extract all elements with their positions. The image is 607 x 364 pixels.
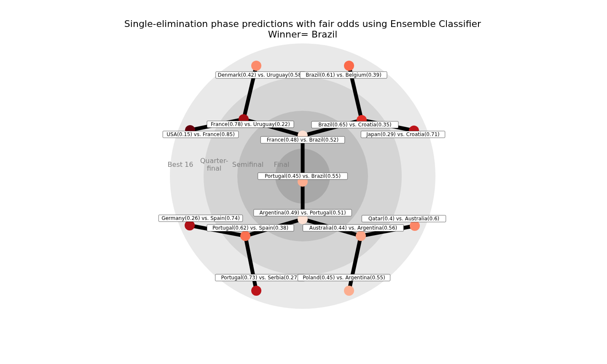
match-label-r16_t_lr: Denmark(0.42) vs. Uruguay(0.58) [218, 72, 303, 78]
match-node-r16_t_rl [344, 61, 354, 71]
match-node-r16_b_rl [344, 286, 354, 296]
bracket-diagram: Single-elimination phase predictions wit… [0, 0, 607, 364]
match-label-r16_b_rl: Poland(0.45) vs. Argentina(0.55) [303, 275, 385, 281]
match-label-r16_t_rr: Japan(0.29) vs. Croatia(0.71) [366, 131, 440, 137]
chart-subtitle: Winner= Brazil [268, 29, 338, 40]
match-label-r16_t_ll: USA(0.15) vs. France(0.85) [167, 131, 235, 137]
match-node-r16_b_ll [185, 220, 195, 230]
match-node-semi_b_r [356, 231, 366, 241]
match-label-semi_t_l: France(0.78) vs. Uruguay(0.22) [211, 121, 290, 127]
ring-label-final: Final [274, 161, 290, 169]
match-label-semi_b_l: Portugal(0.62) vs. Spain(0.38) [212, 225, 288, 231]
match-label-final_bot: Portugal(0.45) vs. Brazil(0.55) [265, 173, 341, 179]
match-label-r16_b_rr: Qatar(0.4) vs. Australia(0.6) [368, 216, 440, 222]
match-label-semi_t_r: Brazil(0.65) vs. Croatia(0.35) [318, 122, 392, 128]
match-label-r16_b_ll: Germany(0.26) vs. Spain(0.74) [161, 215, 240, 221]
match-label-r16_t_rl: Brazil(0.61) vs. Belgium(0.39) [306, 72, 381, 78]
ring-label-semi: Semifinal [232, 161, 264, 169]
match-node-r16_b_lr [251, 286, 261, 296]
match-label-final_top: France(0.48) vs. Brazil(0.52) [267, 137, 338, 143]
match-label-r16_b_lr: Portugal(0.73) vs. Serbia(0.27) [221, 275, 299, 281]
match-node-r16_t_lr [251, 61, 261, 71]
match-node-r16_b_rr [410, 221, 420, 231]
match-node-semi_b_l [240, 231, 250, 241]
match-label-semi_b_r: Australia(0.44) vs. Argentina(0.56) [309, 225, 398, 231]
chart-title: Single-elimination phase predictions wit… [124, 19, 481, 29]
ring-label-r16: Best 16 [168, 161, 193, 169]
match-label-semi_b_mid: Argentina(0.49) vs. Portugal(0.51) [259, 210, 346, 216]
